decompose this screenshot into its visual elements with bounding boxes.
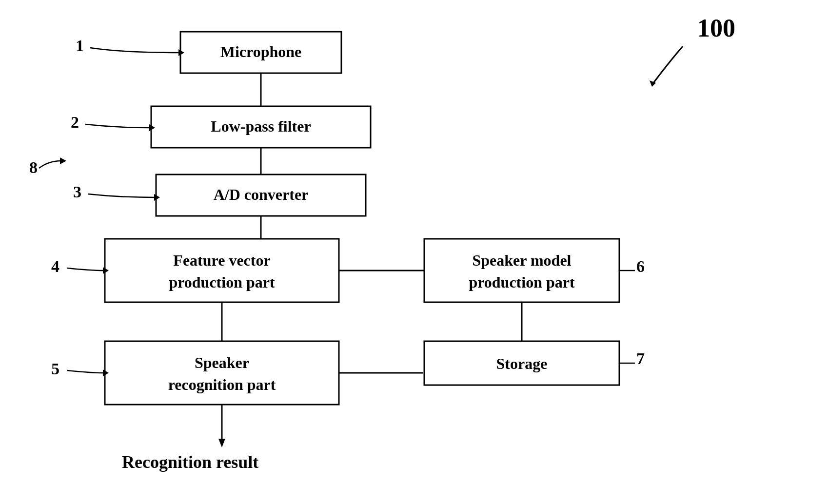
ref-3: 3 (73, 183, 81, 201)
svg-marker-15 (218, 439, 225, 447)
ref-6: 6 (636, 257, 645, 275)
feature-vector-box (105, 239, 339, 302)
ref-7: 7 (636, 349, 645, 368)
ref-5: 5 (51, 360, 59, 378)
svg-marker-6 (154, 194, 160, 201)
speaker-recognition-label-1: Speaker (195, 354, 249, 371)
ref-2: 2 (71, 113, 79, 131)
speaker-recognition-box (105, 341, 339, 405)
ref-4: 4 (51, 257, 59, 275)
feature-vector-label-2: production part (169, 273, 275, 291)
storage-label: Storage (496, 355, 548, 372)
ref-1: 1 (76, 37, 84, 55)
recognition-result-label: Recognition result (122, 452, 258, 472)
diagram-container: 100 8 Microphone 1 Low-pass filter 2 A/D… (0, 0, 828, 504)
microphone-label: Microphone (220, 43, 302, 60)
svg-marker-4 (149, 124, 155, 131)
speaker-model-label-1: Speaker model (473, 252, 572, 269)
ad-converter-label: A/D converter (214, 186, 309, 203)
lowpass-label: Low-pass filter (211, 117, 311, 135)
speaker-model-label-2: production part (469, 273, 575, 291)
ref-8: 8 (29, 158, 38, 176)
svg-marker-12 (103, 369, 109, 376)
speaker-model-box (424, 239, 619, 302)
figure-number: 100 (697, 14, 735, 42)
speaker-recognition-label-2: recognition part (168, 376, 276, 393)
feature-vector-label-1: Feature vector (173, 252, 270, 269)
svg-marker-2 (178, 49, 184, 56)
svg-marker-1 (60, 157, 66, 164)
svg-marker-8 (103, 267, 109, 274)
